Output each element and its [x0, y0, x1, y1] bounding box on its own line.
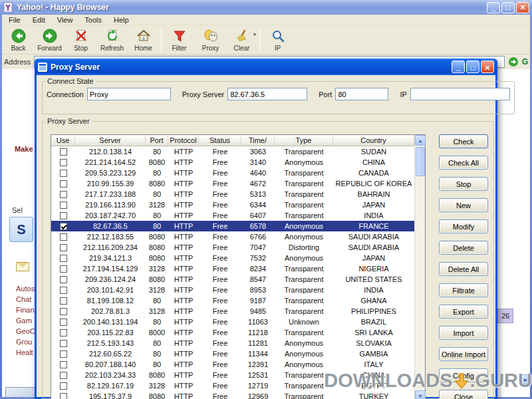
use-checkbox[interactable] — [60, 191, 67, 198]
refresh-button[interactable]: Refresh — [96, 26, 128, 54]
use-checkbox[interactable] — [60, 223, 67, 230]
table-scrollbar[interactable] — [414, 135, 425, 399]
col-country[interactable]: Country — [333, 135, 414, 146]
use-checkbox[interactable] — [60, 148, 67, 156]
go-icon[interactable] — [508, 57, 519, 67]
proxy-table-row[interactable]: 82.67.36.5 80 HTTP Free 6578 Anonymous F… — [51, 221, 414, 231]
use-checkbox[interactable] — [60, 350, 67, 358]
maximize-button[interactable] — [501, 2, 515, 13]
proxy-table-row[interactable]: 210.99.155.39 8080 HTTP Free 4672 Transp… — [51, 178, 414, 189]
delete-button[interactable]: Delete — [439, 241, 488, 255]
proxy-table-row[interactable]: 212.60.65.22 80 HTTP Free 11344 Anonymou… — [51, 348, 414, 359]
proxy-table-row[interactable]: 219.166.113.90 3128 HTTP Free 6344 Trans… — [51, 200, 414, 210]
use-checkbox[interactable] — [60, 382, 67, 390]
scroll-up-icon[interactable] — [415, 135, 426, 146]
use-checkbox[interactable] — [60, 329, 67, 336]
proxy-table-row[interactable]: 203.115.22.83 8000 HTTP Free 11218 Trans… — [51, 327, 414, 338]
scroll-thumb[interactable] — [416, 147, 425, 176]
proxy-table-row[interactable]: 209.53.223.129 80 HTTP Free 4640 Transpa… — [51, 168, 414, 178]
scroll-trough[interactable] — [415, 176, 425, 390]
col-status[interactable]: Status — [199, 135, 241, 146]
col-use[interactable]: Use — [51, 135, 75, 146]
proxy-table-row[interactable]: 212.116.209.234 8080 HTTP Free 7047 Dist… — [51, 242, 414, 253]
sidebar-link[interactable]: Chat — [16, 294, 35, 305]
col-port[interactable]: Port — [146, 135, 168, 146]
dialog-minimize-button[interactable] — [452, 61, 465, 73]
proxy-table-row[interactable]: 203.101.42.91 3128 HTTP Free 8953 Transp… — [51, 285, 414, 295]
forward-button[interactable]: Forward — [34, 26, 65, 54]
use-checkbox[interactable] — [60, 276, 67, 283]
proxy-table-row[interactable]: 81.199.108.12 80 HTTP Free 9187 Transpar… — [51, 295, 414, 306]
menu-edit[interactable]: Edit — [27, 15, 51, 25]
sidebar-link[interactable]: Autos — [16, 283, 35, 294]
proxy-table-row[interactable]: 212.5.193.143 80 HTTP Free 11281 Anonymo… — [51, 338, 414, 348]
ip-button[interactable]: IP — [262, 26, 293, 54]
sidebar-link[interactable]: GeoC — [16, 326, 35, 336]
sidebar-link[interactable]: Gam — [16, 315, 35, 326]
ip-input[interactable] — [410, 88, 510, 100]
clear-dropdown-arrow-icon[interactable] — [253, 31, 257, 37]
use-checkbox[interactable] — [60, 361, 67, 368]
menu-file[interactable]: File — [3, 15, 27, 25]
filter-button[interactable]: Filter — [164, 26, 195, 54]
import-button[interactable]: Import — [439, 326, 488, 340]
dialog-maximize-button[interactable] — [466, 61, 479, 73]
sidebar-link[interactable]: Grou — [16, 336, 35, 347]
proxy-table-row[interactable]: 200.140.131.194 80 HTTP Free 11063 Unkno… — [51, 317, 414, 327]
close-window-button[interactable] — [516, 2, 529, 13]
proxy-button[interactable]: Proxy — [195, 26, 226, 54]
use-checkbox[interactable] — [60, 265, 67, 273]
use-checkbox[interactable] — [60, 255, 67, 262]
check-all-button[interactable]: Check All — [439, 156, 488, 170]
use-checkbox[interactable] — [60, 170, 67, 177]
clear-button[interactable]: Clear — [226, 26, 257, 54]
proxy-table-row[interactable]: 212.0.138.14 80 HTTP Free 3063 Transpare… — [51, 146, 414, 157]
use-checkbox[interactable] — [60, 233, 67, 241]
filtrate-button[interactable]: Filtrate — [439, 283, 488, 297]
proxy-table-row[interactable]: 209.236.124.24 8080 HTTP Free 8547 Trans… — [51, 274, 414, 285]
delete-all-button[interactable]: Delete All — [439, 262, 488, 276]
use-checkbox[interactable] — [60, 319, 67, 326]
proxy-table-row[interactable]: 217.194.154.129 3128 HTTP Free 8234 Tran… — [51, 263, 414, 274]
proxy-table-row[interactable]: 202.78.81.3 3128 HTTP Free 9485 Transpar… — [51, 306, 414, 317]
use-checkbox[interactable] — [60, 287, 67, 294]
online-import-button[interactable]: Online Import — [439, 347, 488, 361]
use-checkbox[interactable] — [60, 393, 67, 399]
proxy-table-row[interactable]: 203.187.242.70 80 HTTP Free 6407 Transpa… — [51, 210, 414, 221]
new-button[interactable]: New — [439, 198, 488, 212]
use-checkbox[interactable] — [60, 308, 67, 315]
minimize-button[interactable] — [487, 2, 500, 13]
col-time[interactable]: Time/ — [241, 135, 275, 146]
use-checkbox[interactable] — [60, 340, 67, 347]
stop-button[interactable]: Stop — [439, 177, 488, 191]
proxy-server-input[interactable] — [227, 88, 307, 100]
sidebar-link[interactable]: Healt — [16, 347, 35, 358]
modify-button[interactable]: Modify — [439, 219, 488, 233]
col-server[interactable]: Server — [75, 135, 146, 146]
proxy-table-row[interactable]: 195.175.37.9 8080 HTTP Free 12969 Transp… — [51, 391, 414, 399]
menu-help[interactable]: Help — [108, 15, 135, 25]
use-checkbox[interactable] — [60, 212, 67, 219]
use-checkbox[interactable] — [60, 159, 67, 166]
proxy-table-row[interactable]: 80.207.188.140 80 HTTP Free 12391 Anonym… — [51, 359, 414, 370]
use-checkbox[interactable] — [60, 180, 67, 188]
sidebar-link[interactable]: Finan — [16, 305, 35, 315]
stop-button-toolbar[interactable]: Stop — [65, 26, 96, 54]
use-checkbox[interactable] — [60, 297, 67, 305]
col-protocol[interactable]: Protocol — [168, 135, 199, 146]
make-link[interactable]: Make — [15, 145, 33, 153]
go-label[interactable]: G — [522, 57, 528, 66]
use-checkbox[interactable] — [60, 244, 67, 251]
back-button[interactable]: Back — [3, 26, 34, 54]
connection-input[interactable] — [87, 88, 171, 100]
col-type[interactable]: Type — [275, 135, 333, 146]
dialog-title-bar[interactable]: Proxy Server — [35, 59, 497, 75]
proxy-table-row[interactable]: 212.12.183.55 8080 HTTP Free 6766 Anonym… — [51, 231, 414, 242]
use-checkbox[interactable] — [60, 372, 67, 379]
check-button[interactable]: Check — [439, 134, 488, 148]
port-input[interactable] — [335, 88, 388, 100]
use-checkbox[interactable] — [60, 201, 67, 209]
proxy-table-row[interactable]: 217.17.233.188 80 HTTP Free 5313 Transpa… — [51, 189, 414, 200]
export-button[interactable]: Export — [439, 305, 488, 319]
menu-tools[interactable]: Tools — [78, 15, 108, 25]
